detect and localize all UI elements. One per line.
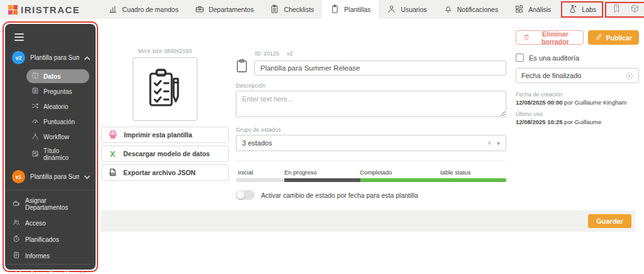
sidebar-item-label: Planificados <box>25 236 59 243</box>
last-used-value: 12/08/2025 10:25 por Guillaume <box>516 118 639 125</box>
info-icon <box>31 72 39 81</box>
nav-item-analisis[interactable]: Análisis <box>506 0 559 19</box>
sidebar-item-asignar-departamentos[interactable]: Asignar Departamentos <box>5 193 96 215</box>
states-progress-bar <box>236 178 506 182</box>
nav-label: Plantillas <box>344 6 370 13</box>
sidebar-item-datos[interactable]: Datos <box>26 69 89 83</box>
sidebar-item-label: Aleatorio <box>43 103 68 110</box>
shuffle-icon <box>31 102 39 111</box>
state-label-inicial: Inicial <box>238 169 253 176</box>
template-icon <box>330 4 340 15</box>
states-group-label: Grupo de estados <box>236 127 506 133</box>
trash-icon[interactable] <box>78 270 87 274</box>
template-image-upload[interactable] <box>133 57 197 121</box>
state-label-completado: Completado <box>360 169 392 176</box>
help-bookmark-icon[interactable]: ? <box>612 4 621 16</box>
version-badge-v1: v1 <box>12 170 25 183</box>
bell-icon <box>443 4 453 15</box>
report-icon <box>13 251 20 260</box>
sidebar-item-acceso[interactable]: Acceso <box>5 215 96 231</box>
rocket-icon <box>595 33 602 42</box>
nav-item-checklists[interactable]: Checklists <box>262 0 322 19</box>
description-textarea[interactable] <box>236 91 506 117</box>
sidebar-item-puntuacion[interactable]: Puntuación <box>26 115 89 128</box>
nav-label: Cuadro de mandos <box>122 6 178 13</box>
annotation-box-help-icons: ? <box>605 2 644 18</box>
download-data-model-button[interactable]: X Descargar modelo de datos <box>101 146 229 162</box>
nav-item-labs[interactable]: Labs <box>561 1 603 18</box>
print-template-button[interactable]: Imprimir esta plantilla <box>101 127 229 143</box>
audit-checkbox[interactable] <box>516 54 524 62</box>
dashboard-icon <box>108 4 118 15</box>
end-date-input[interactable]: Fecha de finalizado <box>516 68 639 83</box>
created-label: Fecha de creación <box>516 91 639 98</box>
tag-icon[interactable] <box>30 270 38 274</box>
created-value: 12/08/2025 00:00 por Guillaume Kingham <box>516 99 639 106</box>
template-image-panel: MAX size 3840x2160 Imprimir esta plantil… <box>101 48 229 183</box>
delete-draft-button[interactable]: Eliminar borrador <box>516 30 584 45</box>
audit-checkbox-label: Es una auditoría <box>529 54 579 62</box>
sidebar-template-v2[interactable]: v2 Plantilla para Summe... <box>5 48 96 67</box>
action-label: Descargar modelo de datos <box>123 150 210 157</box>
sidebar-item-label: Asignar Departamentos <box>25 197 88 211</box>
printer-icon <box>108 130 118 140</box>
audit-checkbox-row: Es una auditoría <box>516 54 639 62</box>
archive-icon[interactable] <box>62 270 71 274</box>
nav-label: Análisis <box>528 6 551 13</box>
sidebar-item-label: Workflow <box>43 134 69 140</box>
progress-segment-en-progreso <box>284 178 360 182</box>
clear-icon[interactable]: × <box>487 140 491 147</box>
metadata-block: Fecha de creación 12/08/2025 00:00 por G… <box>516 91 639 125</box>
title-row <box>236 59 506 76</box>
trash-icon <box>523 33 530 42</box>
chevron-down-icon <box>84 171 90 183</box>
publish-button[interactable]: Publicar <box>588 30 639 45</box>
nav-label: Notificaciones <box>457 6 498 13</box>
top-navigation-bar: IRISTRACE Cuadro de mandos Departamentos… <box>0 0 644 19</box>
nav-item-cuadro-de-mandos[interactable]: Cuadro de mandos <box>100 0 186 19</box>
created-date: 12/08/2025 00:00 <box>516 99 562 106</box>
sidebar-item-label: Acceso <box>25 220 46 227</box>
state-change-toggle[interactable] <box>236 190 255 200</box>
gauge-icon <box>31 117 39 126</box>
nav-label: Checklists <box>284 6 314 13</box>
nav-item-plantillas[interactable]: Plantillas <box>322 0 379 19</box>
right-panel: Eliminar borrador Publicar Es una audito… <box>516 30 639 130</box>
nav-item-departamentos[interactable]: Departamentos <box>187 0 262 19</box>
iristrace-logo-icon <box>8 5 18 14</box>
chevron-down-icon[interactable]: ▾ <box>497 140 500 147</box>
export-json-button[interactable]: JSON Exportar archivo JSON <box>101 164 229 181</box>
sidebar-item-label: Preguntas <box>43 88 72 95</box>
hamburger-menu-icon[interactable] <box>5 30 96 48</box>
sidebar-template-v2-sections: Datos Preguntas Aleatorio Puntuación Wor… <box>5 67 96 167</box>
last-used-date: 12/08/2025 10:25 <box>516 118 562 125</box>
qr-scan-icon[interactable] <box>14 270 23 274</box>
sidebar-item-aleatorio[interactable]: Aleatorio <box>26 100 89 113</box>
duplicate-icon[interactable] <box>46 270 55 274</box>
nav-item-notificaciones[interactable]: Notificaciones <box>435 0 506 19</box>
sidebar-item-workflow[interactable]: Workflow <box>26 130 89 144</box>
nav-label: Labs <box>582 6 596 13</box>
user-icon <box>387 4 396 15</box>
nav-item-usuarios[interactable]: Usuarios <box>379 0 435 19</box>
sidebar-item-planificados[interactable]: Planificados <box>5 231 96 248</box>
sidebar-item-titulo-dinamico[interactable]: Título dinámico <box>26 145 89 164</box>
progress-segment-inicial <box>236 178 284 182</box>
sidebar-template-v1[interactable]: v1 Plantilla para Summe... <box>5 167 96 186</box>
clipboard-illustration-icon <box>142 66 189 113</box>
briefcase-icon <box>195 4 204 15</box>
template-title-input[interactable] <box>254 60 506 76</box>
sidebar-bottom-toolbar <box>5 264 96 274</box>
package-icon[interactable] <box>630 4 640 16</box>
select-controls: × ▾ <box>487 140 500 147</box>
save-button[interactable]: Guardar <box>588 214 631 228</box>
checklist-icon <box>270 4 279 15</box>
sidebar-item-informes[interactable]: Informes <box>5 248 96 264</box>
iristrace-logo[interactable]: IRISTRACE <box>0 0 89 19</box>
created-by: por Guillaume Kingham <box>562 99 626 106</box>
state-labels-row: Inicial En progreso Completado table sta… <box>236 169 506 176</box>
states-group-select[interactable]: 3 estados × ▾ <box>236 135 506 151</box>
sidebar-item-preguntas[interactable]: Preguntas <box>26 84 89 98</box>
nav-label: Usuarios <box>401 6 426 13</box>
nav-label: Departamentos <box>209 6 254 13</box>
